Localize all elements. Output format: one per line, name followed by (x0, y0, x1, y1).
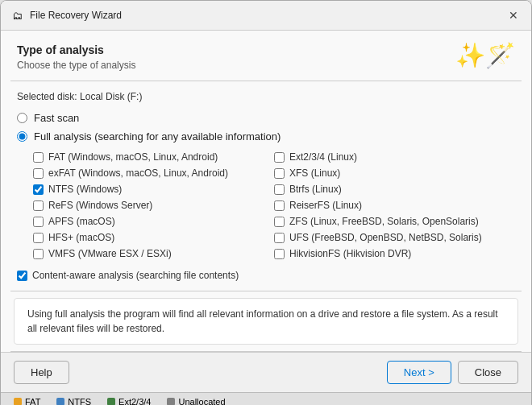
fast-scan-label: Fast scan (34, 112, 79, 124)
info-text: Using full analysis the program will fin… (27, 307, 505, 336)
header-section: Type of analysis Choose the type of anal… (1, 31, 531, 81)
checkbox-zfs-label: ZFS (Linux, FreeBSD, Solaris, OpenSolari… (289, 216, 479, 227)
content-area: Selected disk: Local Disk (F:) Fast scan… (1, 81, 531, 291)
filesystem-checkbox-grid: FAT (Windows, macOS, Linux, Android) exF… (33, 149, 515, 262)
next-button[interactable]: Next > (387, 361, 451, 384)
content-aware-label: Content-aware analysis (searching file c… (32, 270, 239, 281)
checkbox-hfsplus[interactable]: HFS+ (macOS) (33, 229, 274, 246)
fast-scan-option[interactable]: Fast scan (17, 112, 515, 124)
checkbox-xfs-label: XFS (Linux) (289, 167, 340, 179)
checkbox-btrfs-input[interactable] (274, 184, 285, 195)
taskbar-ext-label: Ext2/3/4 (118, 397, 151, 406)
wizard-icon: ✨🪄 (455, 43, 515, 68)
checkbox-hfsplus-label: HFS+ (macOS) (48, 232, 114, 243)
taskbar-fat-label: FAT (25, 397, 40, 406)
full-analysis-radio[interactable] (17, 131, 27, 142)
taskbar-fat-dot (14, 398, 22, 406)
taskbar-unallocated-label: Unallocated (178, 397, 225, 406)
checkbox-zfs-input[interactable] (274, 217, 285, 227)
title-bar-left: 🗂 File Recovery Wizard (10, 9, 122, 22)
dialog-window: 🗂 File Recovery Wizard ✕ Type of analysi… (0, 0, 532, 405)
page-title: Type of analysis (17, 43, 135, 56)
checkbox-xfs-input[interactable] (274, 168, 285, 179)
content-aware-option[interactable]: Content-aware analysis (searching file c… (17, 270, 515, 281)
checkbox-btrfs-label: Btrfs (Linux) (289, 184, 342, 195)
checkbox-ntfs-input[interactable] (33, 184, 44, 195)
taskbar-unallocated: Unallocated (160, 395, 231, 406)
checkbox-refs-input[interactable] (33, 200, 44, 211)
selected-disk-label: Selected disk: Local Disk (F:) (17, 91, 515, 102)
full-analysis-option[interactable]: Full analysis (searching for any availab… (17, 130, 515, 143)
checkbox-hikvision-input[interactable] (274, 249, 285, 259)
checkbox-refs[interactable]: ReFS (Windows Server) (33, 197, 274, 213)
content-aware-section: Content-aware analysis (searching file c… (17, 270, 515, 281)
checkbox-reiserfs-input[interactable] (274, 200, 285, 211)
checkbox-reiserfs[interactable]: ReiserFS (Linux) (274, 197, 515, 213)
footer-right-buttons: Next > Close (387, 361, 518, 384)
checkbox-fat[interactable]: FAT (Windows, macOS, Linux, Android) (33, 149, 274, 165)
checkbox-vmfs[interactable]: VMFS (VMware ESX / ESXi) (33, 246, 274, 262)
taskbar-ntfs: NTFS (50, 395, 98, 406)
fast-scan-radio[interactable] (17, 113, 27, 123)
checkbox-zfs[interactable]: ZFS (Linux, FreeBSD, Solaris, OpenSolari… (274, 213, 515, 229)
checkbox-fat-input[interactable] (33, 152, 44, 163)
content-aware-checkbox[interactable] (17, 271, 27, 281)
checkbox-exfat-label: exFAT (Windows, macOS, Linux, Android) (48, 167, 228, 179)
checkbox-btrfs[interactable]: Btrfs (Linux) (274, 181, 515, 197)
checkbox-vmfs-input[interactable] (33, 249, 44, 259)
checkbox-exfat[interactable]: exFAT (Windows, macOS, Linux, Android) (33, 165, 274, 181)
close-button[interactable]: Close (458, 361, 518, 384)
checkbox-refs-label: ReFS (Windows Server) (48, 200, 152, 211)
checkbox-vmfs-label: VMFS (VMware ESX / ESXi) (48, 248, 172, 259)
full-analysis-label: Full analysis (searching for any availab… (34, 130, 281, 143)
help-button[interactable]: Help (14, 361, 69, 384)
page-subtitle: Choose the type of analysis (17, 60, 135, 71)
checkbox-hikvision-label: HikvisionFS (Hikvision DVR) (289, 248, 411, 259)
checkbox-xfs[interactable]: XFS (Linux) (274, 165, 515, 181)
checkbox-apfs-input[interactable] (33, 217, 44, 227)
fast-scan-group: Fast scan (17, 112, 515, 124)
title-bar: 🗂 File Recovery Wizard ✕ (1, 1, 531, 31)
window-close-button[interactable]: ✕ (505, 7, 522, 23)
full-analysis-group: Full analysis (searching for any availab… (17, 130, 515, 262)
checkbox-ntfs-label: NTFS (Windows) (48, 184, 122, 195)
right-column: Ext2/3/4 (Linux) XFS (Linux) Btrfs (Linu… (274, 149, 515, 262)
checkbox-hikvision[interactable]: HikvisionFS (Hikvision DVR) (274, 246, 515, 262)
taskbar-unallocated-dot (167, 398, 175, 406)
checkbox-ufs-label: UFS (FreeBSD, OpenBSD, NetBSD, Solaris) (289, 232, 482, 243)
checkbox-ext234-input[interactable] (274, 152, 285, 163)
checkbox-ufs[interactable]: UFS (FreeBSD, OpenBSD, NetBSD, Solaris) (274, 229, 515, 246)
taskbar-fat: FAT (7, 395, 47, 406)
checkbox-ntfs[interactable]: NTFS (Windows) (33, 181, 274, 197)
app-icon: 🗂 (10, 9, 23, 22)
taskbar-ntfs-label: NTFS (68, 397, 91, 406)
checkbox-apfs-label: APFS (macOS) (48, 216, 115, 227)
title-bar-text: File Recovery Wizard (30, 10, 122, 21)
footer: Help Next > Close (1, 352, 531, 392)
taskbar-ext: Ext2/3/4 (101, 395, 157, 406)
header-text: Type of analysis Choose the type of anal… (17, 43, 135, 71)
checkbox-apfs[interactable]: APFS (macOS) (33, 213, 274, 229)
divider-info (10, 291, 522, 291)
taskbar-strip: FAT NTFS Ext2/3/4 Unallocated (1, 392, 531, 405)
checkbox-ext234[interactable]: Ext2/3/4 (Linux) (274, 149, 515, 165)
checkbox-hfsplus-input[interactable] (33, 233, 44, 243)
taskbar-ntfs-dot (56, 398, 64, 406)
checkbox-reiserfs-label: ReiserFS (Linux) (289, 200, 362, 211)
info-section: Using full analysis the program will fin… (14, 298, 518, 345)
checkbox-ext234-label: Ext2/3/4 (Linux) (289, 151, 357, 163)
checkbox-exfat-input[interactable] (33, 168, 44, 179)
left-column: FAT (Windows, macOS, Linux, Android) exF… (33, 149, 274, 262)
checkbox-ufs-input[interactable] (274, 233, 285, 243)
checkbox-fat-label: FAT (Windows, macOS, Linux, Android) (48, 151, 218, 163)
taskbar-ext-dot (107, 398, 115, 406)
